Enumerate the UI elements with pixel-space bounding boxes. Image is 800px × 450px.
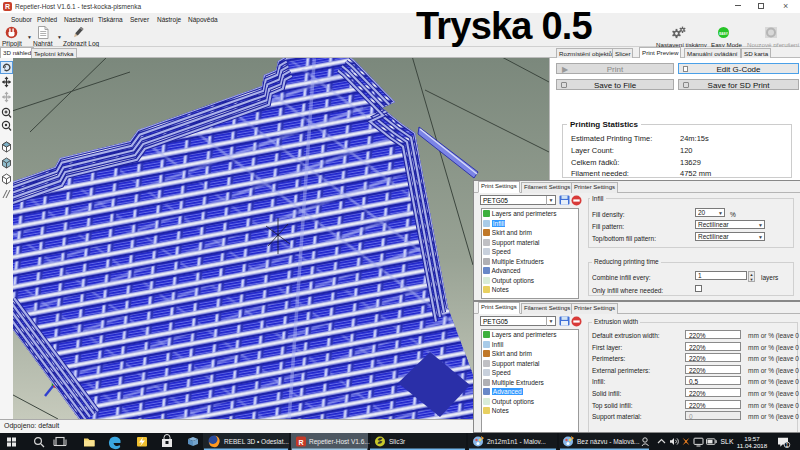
svg-text:19:57: 19:57 — [744, 435, 760, 442]
svg-text:SLK: SLK — [721, 438, 734, 445]
svg-text:Bez názvu - Malová...: Bez názvu - Malová... — [577, 438, 640, 445]
svg-text:Slic3r: Slic3r — [389, 438, 406, 445]
svg-text:R: R — [298, 439, 303, 446]
svg-text:REBEL 3D • Odeslat...: REBEL 3D • Odeslat... — [224, 438, 289, 445]
svg-text:2n12m1n1 - Malov...: 2n12m1n1 - Malov... — [487, 438, 546, 445]
svg-text:1: 1 — [786, 442, 789, 448]
svg-text:Repetier-Host V1.6...: Repetier-Host V1.6... — [309, 438, 370, 446]
svg-text:11.04.2018: 11.04.2018 — [737, 442, 768, 449]
svg-text:EASY: EASY — [719, 32, 729, 36]
